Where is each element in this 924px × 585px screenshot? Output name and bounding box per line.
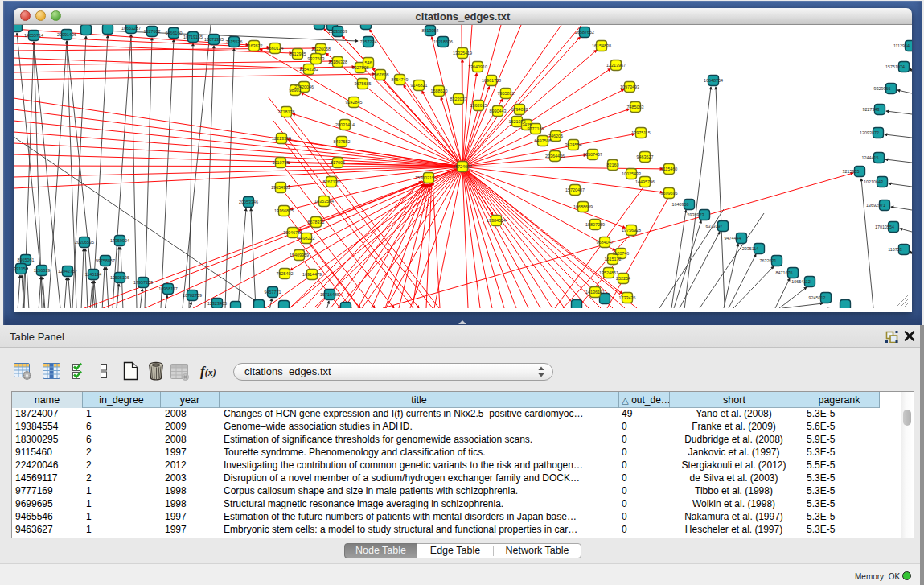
svg-text:6794028: 6794028 (511, 107, 528, 112)
svg-text:1145194: 1145194 (85, 272, 102, 277)
svg-text:7625402: 7625402 (277, 271, 294, 276)
svg-text:14495796: 14495796 (635, 179, 655, 184)
svg-text:7357224: 7357224 (360, 39, 377, 44)
svg-text:391154: 391154 (14, 266, 28, 271)
svg-text:16033809: 16033809 (328, 29, 347, 34)
svg-text:10543382: 10543382 (299, 67, 318, 72)
svg-text:12323465: 12323465 (207, 301, 227, 306)
svg-text:19166825: 19166825 (274, 208, 294, 213)
svg-text:19218506: 19218506 (433, 39, 453, 44)
svg-text:13524851: 13524851 (599, 270, 618, 275)
svg-text:1527602: 1527602 (144, 29, 161, 34)
svg-text:20091406: 20091406 (57, 32, 76, 37)
svg-text:12505195: 12505195 (110, 275, 129, 280)
svg-text:7632621: 7632621 (760, 258, 777, 263)
svg-text:2967608: 2967608 (372, 72, 389, 77)
svg-text:546: 546 (365, 60, 372, 65)
svg-text:1156819: 1156819 (34, 268, 51, 273)
svg-text:16914479: 16914479 (302, 272, 322, 277)
svg-text:9115460: 9115460 (661, 167, 678, 171)
svg-text:13226058: 13226058 (311, 47, 331, 51)
svg-text:19654985: 19654985 (271, 185, 290, 190)
svg-text:17359924: 17359924 (110, 238, 129, 243)
svg-text:82160: 82160 (607, 163, 619, 167)
svg-text:10973493: 10973493 (620, 84, 639, 89)
svg-text:14136141: 14136141 (585, 290, 605, 295)
svg-text:6379197: 6379197 (706, 224, 723, 229)
svg-text:9227343: 9227343 (863, 107, 880, 112)
svg-text:20206535: 20206535 (75, 240, 94, 245)
svg-text:1640956: 1640956 (672, 202, 689, 207)
svg-text:9146821: 9146821 (411, 83, 428, 88)
svg-text:3624554: 3624554 (565, 142, 582, 147)
svg-text:9777169: 9777169 (528, 126, 544, 131)
svg-text:19756928: 19756928 (622, 228, 641, 233)
svg-text:99758857: 99758857 (96, 258, 115, 263)
svg-text:8678332: 8678332 (308, 220, 325, 225)
svg-text:1362615: 1362615 (470, 103, 487, 108)
svg-text:12942757: 12942757 (58, 269, 77, 274)
svg-text:16671355: 16671355 (204, 37, 224, 42)
svg-text:18186328: 18186328 (328, 60, 347, 64)
svg-text:10782759: 10782759 (183, 293, 202, 298)
svg-text:12213369: 12213369 (272, 136, 291, 141)
svg-text:252254: 252254 (616, 276, 630, 281)
svg-text:10688609: 10688609 (573, 204, 593, 209)
svg-text:15716485: 15716485 (320, 292, 339, 297)
svg-text:9329966: 9329966 (874, 86, 891, 91)
svg-text:14055714: 14055714 (24, 33, 43, 38)
svg-text:13692971: 13692971 (866, 203, 885, 208)
svg-text:7163822: 7163822 (246, 43, 263, 48)
svg-text:2935114: 2935114 (742, 246, 759, 251)
svg-text:116753: 116753 (888, 247, 902, 252)
svg-text:9660124: 9660124 (267, 46, 284, 51)
svg-text:10210643: 10210643 (864, 179, 883, 184)
svg-text:5938923: 5938923 (688, 212, 704, 217)
svg-text:1120746: 1120746 (613, 251, 630, 256)
svg-text:28031414: 28031414 (335, 122, 355, 127)
svg-text:8322037: 8322037 (450, 97, 467, 101)
svg-text:10653287: 10653287 (121, 26, 141, 31)
svg-text:7955812: 7955812 (498, 91, 515, 96)
svg-text:817006: 817006 (331, 160, 345, 165)
svg-text:16154838: 16154838 (592, 43, 611, 48)
svg-text:7485063: 7485063 (627, 105, 644, 109)
svg-text:26587652: 26587652 (575, 30, 594, 35)
svg-text:1112954: 1112954 (893, 43, 910, 48)
svg-text:12213967: 12213967 (606, 63, 626, 68)
svg-text:8471676: 8471676 (776, 270, 793, 275)
svg-text:1615172: 1615172 (605, 257, 622, 262)
svg-text:10046788: 10046788 (283, 230, 302, 235)
svg-text:18724007: 18724007 (453, 164, 472, 169)
svg-text:16961758: 16961758 (482, 78, 501, 83)
svg-text:13325419: 13325419 (453, 51, 472, 56)
svg-text:16648754: 16648754 (704, 78, 723, 83)
svg-text:17957253: 17957253 (133, 280, 153, 285)
svg-text:9242845: 9242845 (346, 100, 363, 105)
svg-text:20053346: 20053346 (239, 200, 258, 204)
svg-text:3215955: 3215955 (843, 169, 860, 174)
svg-text:14353594: 14353594 (314, 199, 334, 204)
svg-text:10025433: 10025433 (622, 171, 641, 176)
svg-text:13640910: 13640910 (468, 64, 487, 69)
svg-text:9327508: 9327508 (352, 65, 369, 70)
svg-text:15300215: 15300215 (415, 175, 434, 180)
svg-text:746206: 746206 (548, 134, 563, 138)
svg-text:18807269: 18807269 (585, 222, 605, 227)
svg-text:7515526: 7515526 (226, 39, 243, 44)
svg-text:12093872: 12093872 (860, 130, 879, 135)
svg-text:8454749: 8454749 (392, 77, 409, 82)
svg-text:9457771: 9457771 (265, 290, 281, 295)
svg-text:8912935: 8912935 (290, 51, 306, 56)
svg-text:6466160: 6466160 (166, 31, 183, 35)
svg-text:17010554: 17010554 (875, 225, 894, 229)
svg-text:10507457: 10507457 (583, 152, 602, 157)
svg-text:9463627: 9463627 (637, 154, 654, 159)
svg-text:12975115: 12975115 (631, 130, 651, 135)
svg-text:9684047: 9684047 (597, 240, 614, 245)
svg-text:1010755: 1010755 (273, 160, 290, 165)
svg-text:15409959: 15409959 (290, 253, 309, 257)
svg-text:20364436: 20364436 (545, 154, 565, 159)
svg-text:10719155: 10719155 (183, 35, 203, 39)
svg-text:6497508: 6497508 (535, 138, 552, 143)
